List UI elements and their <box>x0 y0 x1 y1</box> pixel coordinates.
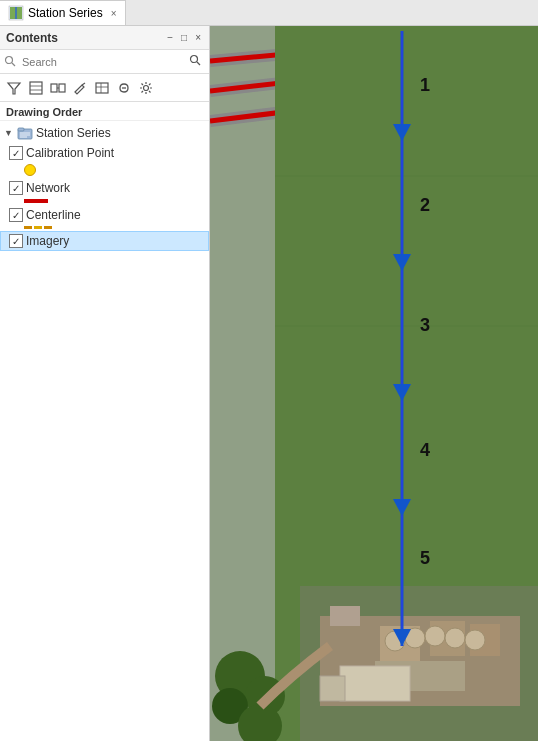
layer-name-calibration-point: Calibration Point <box>26 146 114 160</box>
svg-rect-50 <box>320 676 345 701</box>
svg-rect-11 <box>51 84 57 92</box>
svg-line-28 <box>210 31 538 61</box>
svg-point-51 <box>215 651 265 701</box>
search-submit-icon[interactable] <box>189 54 205 70</box>
centerline-legend-symbol <box>24 226 52 229</box>
svg-rect-26 <box>210 26 275 741</box>
svg-line-32 <box>210 81 538 121</box>
svg-point-44 <box>385 631 405 651</box>
svg-line-14 <box>82 83 85 85</box>
search-bar <box>0 50 209 74</box>
chain-icon[interactable] <box>114 78 134 98</box>
calibration-point-checkbox[interactable]: ✓ <box>9 146 23 160</box>
drawing-order-label: Drawing Order <box>0 102 209 121</box>
layer-name-network: Network <box>26 181 70 195</box>
svg-line-29 <box>210 31 538 61</box>
toolbar-row <box>0 74 209 102</box>
svg-rect-49 <box>340 666 410 701</box>
panel-close-button[interactable]: × <box>193 32 203 43</box>
svg-point-3 <box>6 56 13 63</box>
calibration-point-legend <box>0 163 209 178</box>
svg-rect-21 <box>18 128 24 131</box>
layer-item-centerline[interactable]: ✓ Centerline <box>0 205 209 225</box>
svg-rect-15 <box>96 83 108 93</box>
svg-text:4: 4 <box>420 440 430 460</box>
contents-panel: Contents − □ × <box>0 26 210 741</box>
svg-text:3: 3 <box>420 315 430 335</box>
svg-marker-7 <box>8 83 20 94</box>
group-icon[interactable] <box>48 78 68 98</box>
svg-rect-34 <box>275 26 538 741</box>
svg-rect-38 <box>320 616 520 706</box>
svg-rect-8 <box>30 82 42 94</box>
centerline-checkbox[interactable]: ✓ <box>9 208 23 222</box>
station-series-tab[interactable]: Station Series × <box>0 0 126 25</box>
svg-rect-39 <box>330 606 360 626</box>
tab-bar: Station Series × <box>0 0 538 26</box>
layer-name-imagery: Imagery <box>26 234 69 248</box>
svg-point-47 <box>445 628 465 648</box>
tab-close-button[interactable]: × <box>111 8 117 19</box>
calibration-point-legend-symbol <box>24 164 36 176</box>
imagery-checkbox[interactable]: ✓ <box>9 234 23 248</box>
panel-float-button[interactable]: □ <box>179 32 189 43</box>
svg-rect-43 <box>375 661 465 691</box>
svg-marker-58 <box>393 254 411 271</box>
network-legend <box>0 198 209 205</box>
svg-point-54 <box>238 704 282 741</box>
layer-item-network[interactable]: ✓ Network <box>0 178 209 198</box>
layer-icon[interactable] <box>26 78 46 98</box>
layer-item-imagery[interactable]: ✓ Imagery <box>0 231 209 251</box>
network-legend-symbol <box>24 199 48 203</box>
svg-text:1: 1 <box>420 75 430 95</box>
layer-item-calibration-point[interactable]: ✓ Calibration Point <box>0 143 209 163</box>
map-svg: 1 2 3 4 5 <box>210 26 538 741</box>
svg-marker-61 <box>393 629 411 646</box>
svg-rect-37 <box>300 586 538 741</box>
svg-rect-12 <box>59 84 65 92</box>
panel-title: Contents <box>6 31 58 45</box>
layer-name-centerline: Centerline <box>26 208 81 222</box>
expand-icon: ▼ <box>4 128 14 138</box>
panel-header: Contents − □ × <box>0 26 209 50</box>
svg-line-30 <box>210 54 538 91</box>
svg-line-4 <box>12 63 15 66</box>
map-area[interactable]: 1 2 3 4 5 <box>210 26 538 741</box>
network-checkbox[interactable]: ✓ <box>9 181 23 195</box>
svg-point-45 <box>405 628 425 648</box>
svg-rect-42 <box>470 624 500 656</box>
svg-rect-41 <box>430 621 465 656</box>
search-icon <box>4 55 18 69</box>
edit-icon[interactable] <box>70 78 90 98</box>
filter-icon[interactable] <box>4 78 24 98</box>
layer-group-icon <box>17 125 33 141</box>
layer-item-station-series[interactable]: ▼ Station Series <box>0 123 209 143</box>
svg-marker-57 <box>393 124 411 141</box>
svg-line-33 <box>210 81 538 121</box>
svg-text:5: 5 <box>420 548 430 568</box>
svg-rect-25 <box>210 26 538 741</box>
svg-rect-27 <box>210 26 275 741</box>
svg-point-52 <box>245 676 285 716</box>
layer-list: ▼ Station Series ✓ Calibration Point <box>0 121 209 741</box>
svg-marker-60 <box>393 499 411 516</box>
svg-point-48 <box>465 630 485 650</box>
svg-line-6 <box>197 62 200 65</box>
main-layout: Contents − □ × <box>0 26 538 741</box>
svg-point-46 <box>425 626 445 646</box>
panel-minimize-button[interactable]: − <box>165 32 175 43</box>
svg-point-19 <box>144 85 149 90</box>
panel-controls: − □ × <box>165 32 203 43</box>
tab-label: Station Series <box>28 6 103 20</box>
svg-text:2: 2 <box>420 195 430 215</box>
settings-icon[interactable] <box>136 78 156 98</box>
svg-line-31 <box>210 54 538 91</box>
svg-marker-59 <box>393 384 411 401</box>
svg-rect-40 <box>380 626 420 666</box>
svg-point-5 <box>191 55 198 62</box>
layer-name-station-series: Station Series <box>36 126 111 140</box>
svg-point-53 <box>212 688 248 724</box>
map-tab-icon <box>8 5 24 21</box>
search-input[interactable] <box>22 56 189 68</box>
table-icon[interactable] <box>92 78 112 98</box>
